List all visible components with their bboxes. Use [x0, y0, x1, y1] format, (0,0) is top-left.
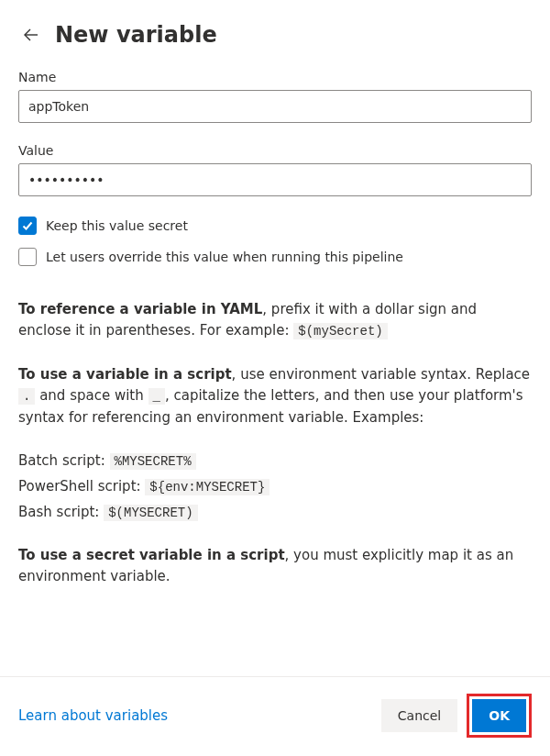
help-yaml: To reference a variable in YAML, prefix …	[18, 299, 532, 342]
help-script-bold: To use a variable in a script	[18, 366, 232, 383]
value-input[interactable]	[18, 163, 532, 196]
help-batch-label: Batch script:	[18, 452, 110, 469]
panel-title: New variable	[55, 22, 217, 48]
allow-override-label: Let users override this value when runni…	[46, 250, 403, 264]
help-yaml-example: $(mySecret)	[293, 323, 387, 339]
help-ps-example: ${env:MYSECRET}	[145, 479, 270, 495]
value-label: Value	[18, 143, 532, 158]
help-script-underscore: _	[148, 388, 165, 405]
help-batch-example: %MYSECRET%	[110, 453, 196, 470]
allow-override-checkbox[interactable]	[18, 248, 37, 266]
back-button[interactable]	[18, 22, 44, 48]
checkmark-icon	[21, 219, 34, 232]
help-yaml-bold: To reference a variable in YAML	[18, 301, 262, 317]
panel-footer: Learn about variables Cancel OK	[0, 676, 550, 756]
keep-secret-checkbox-row[interactable]: Keep this value secret	[18, 217, 532, 235]
arrow-left-icon	[22, 26, 40, 44]
help-script-mid: and space with	[35, 387, 148, 404]
ok-button-highlight: OK	[467, 694, 532, 738]
help-ps: PowerShell script: ${env:MYSECRET}	[18, 476, 532, 498]
cancel-button[interactable]: Cancel	[381, 699, 457, 732]
help-script-dot: .	[18, 388, 35, 405]
help-script-rest: , use environment variable syntax. Repla…	[232, 366, 530, 383]
help-bash: Bash script: $(MYSECRET)	[18, 502, 532, 524]
ok-button[interactable]: OK	[472, 699, 526, 732]
allow-override-checkbox-row[interactable]: Let users override this value when runni…	[18, 248, 532, 266]
value-field: Value	[18, 143, 532, 196]
panel-content: New variable Name Value Keep this value …	[0, 0, 550, 676]
footer-actions: Cancel OK	[381, 694, 532, 738]
help-text: To reference a variable in YAML, prefix …	[18, 299, 532, 588]
help-bash-label: Bash script:	[18, 504, 104, 520]
help-ps-label: PowerShell script:	[18, 478, 145, 495]
new-variable-panel: New variable Name Value Keep this value …	[0, 0, 550, 756]
name-field: Name	[18, 70, 532, 123]
keep-secret-checkbox[interactable]	[18, 217, 37, 235]
help-secret: To use a secret variable in a script, yo…	[18, 545, 532, 588]
learn-about-variables-link[interactable]: Learn about variables	[18, 707, 168, 724]
help-batch: Batch script: %MYSECRET%	[18, 450, 532, 472]
keep-secret-label: Keep this value secret	[46, 218, 188, 233]
name-label: Name	[18, 70, 532, 84]
help-secret-bold: To use a secret variable in a script	[18, 547, 285, 563]
help-script: To use a variable in a script, use envir…	[18, 364, 532, 428]
help-bash-example: $(MYSECRET)	[104, 505, 197, 521]
panel-header: New variable	[18, 22, 532, 48]
name-input[interactable]	[18, 90, 532, 123]
